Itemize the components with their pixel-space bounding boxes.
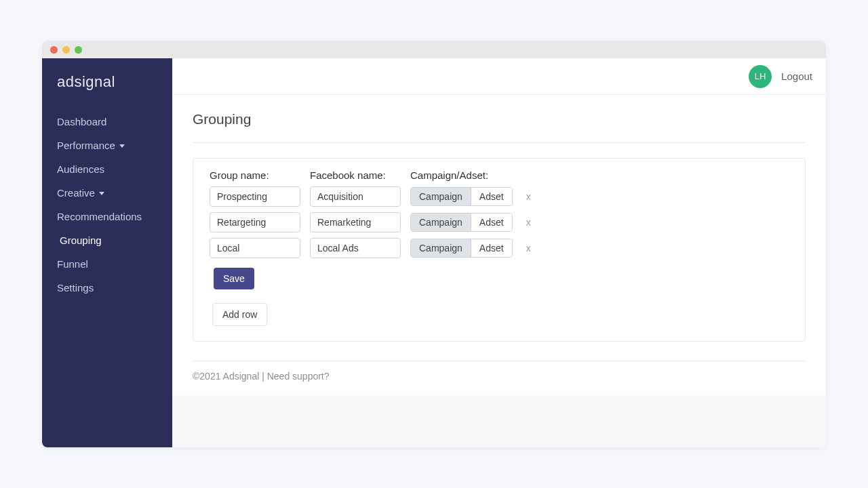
- sidebar-item-label: Recommendations: [57, 211, 142, 222]
- adset-option[interactable]: Adset: [471, 188, 512, 205]
- table-headers: Group name: Facebook name: Campaign/Adse…: [210, 169, 789, 181]
- type-toggle: CampaignAdset: [410, 213, 513, 232]
- footer: ©2021 Adsignal | Need support?: [172, 371, 826, 395]
- delete-row-icon[interactable]: x: [522, 243, 535, 253]
- campaign-option[interactable]: Campaign: [411, 214, 471, 231]
- sidebar-item-creative[interactable]: Creative: [42, 181, 172, 205]
- type-toggle: CampaignAdset: [410, 239, 513, 258]
- sidebar-item-dashboard[interactable]: Dashboard: [42, 110, 172, 134]
- rows-container: CampaignAdsetxCampaignAdsetxCampaignAdse…: [210, 186, 789, 258]
- sidebar-item-label: Performance: [57, 140, 115, 151]
- topbar: LH Logout: [172, 58, 826, 95]
- header-group-name: Group name:: [210, 169, 300, 181]
- brand-logo: adsignal: [42, 69, 172, 110]
- delete-row-icon[interactable]: x: [522, 191, 535, 202]
- campaign-option[interactable]: Campaign: [411, 239, 471, 257]
- footer-separator: |: [259, 371, 267, 382]
- logout-link[interactable]: Logout: [781, 70, 812, 82]
- facebook-name-input[interactable]: [310, 238, 401, 258]
- sidebar-nav: DashboardPerformanceAudiencesCreativeRec…: [42, 110, 172, 300]
- table-row: CampaignAdsetx: [210, 238, 789, 258]
- group-name-input[interactable]: [210, 238, 300, 258]
- sidebar-item-label: Creative: [57, 187, 95, 199]
- window-titlebar: [42, 41, 826, 58]
- group-name-input[interactable]: [210, 186, 300, 207]
- header-campaign-adset: Campaign/Adset:: [410, 169, 511, 181]
- sidebar-item-funnel[interactable]: Funnel: [42, 252, 172, 276]
- sidebar-item-label: Funnel: [57, 258, 88, 270]
- table-row: CampaignAdsetx: [210, 186, 789, 207]
- chevron-down-icon: [119, 144, 125, 148]
- chevron-down-icon: [99, 192, 104, 195]
- adset-option[interactable]: Adset: [471, 214, 512, 231]
- main-area: Grouping Group name: Facebook name: Camp…: [172, 95, 826, 395]
- sidebar-item-audiences[interactable]: Audiences: [42, 157, 172, 181]
- page-title: Grouping: [172, 95, 826, 134]
- sidebar-item-settings[interactable]: Settings: [42, 276, 172, 300]
- footer-divider: [193, 361, 806, 361]
- add-row-button[interactable]: Add row: [212, 303, 267, 326]
- main-column: LH Logout Grouping Group name: Facebook …: [172, 58, 826, 447]
- title-divider: [193, 142, 806, 143]
- sidebar-item-label: Audiences: [57, 163, 104, 175]
- type-toggle: CampaignAdset: [410, 187, 513, 206]
- sidebar: adsignal DashboardPerformanceAudiencesCr…: [42, 58, 172, 447]
- sidebar-item-performance[interactable]: Performance: [42, 134, 172, 157]
- facebook-name-input[interactable]: [310, 212, 401, 232]
- support-link[interactable]: Need support?: [267, 371, 330, 382]
- sidebar-item-label: Dashboard: [57, 116, 106, 127]
- sidebar-item-label: Grouping: [60, 235, 102, 246]
- delete-row-icon[interactable]: x: [522, 217, 535, 228]
- group-name-input[interactable]: [210, 212, 300, 232]
- facebook-name-input[interactable]: [310, 186, 401, 207]
- table-row: CampaignAdsetx: [210, 212, 789, 232]
- browser-window: adsignal DashboardPerformanceAudiencesCr…: [42, 41, 826, 447]
- grouping-card: Group name: Facebook name: Campaign/Adse…: [193, 158, 806, 342]
- save-button[interactable]: Save: [214, 268, 254, 289]
- minimize-dot-icon[interactable]: [62, 46, 70, 54]
- footer-copyright: ©2021 Adsignal: [193, 371, 259, 382]
- adset-option[interactable]: Adset: [471, 239, 512, 257]
- header-facebook-name: Facebook name:: [310, 169, 401, 181]
- sidebar-item-label: Settings: [57, 282, 94, 293]
- sidebar-item-recommendations[interactable]: Recommendations: [42, 205, 172, 228]
- app-wrap: adsignal DashboardPerformanceAudiencesCr…: [42, 58, 826, 447]
- close-dot-icon[interactable]: [50, 46, 58, 54]
- sidebar-item-grouping[interactable]: Grouping: [42, 228, 172, 252]
- maximize-dot-icon[interactable]: [75, 46, 82, 54]
- avatar[interactable]: LH: [749, 65, 772, 88]
- campaign-option[interactable]: Campaign: [411, 188, 471, 205]
